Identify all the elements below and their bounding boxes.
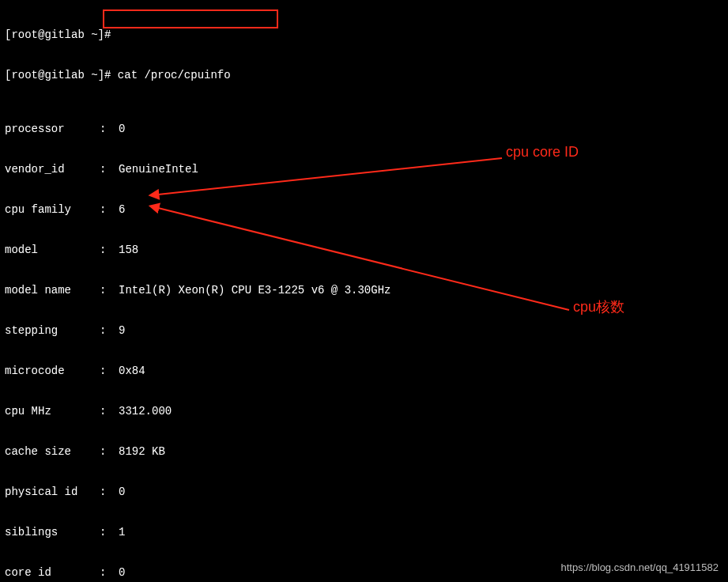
kv-val: 9 [119, 324, 125, 338]
kv-key: microcode [5, 365, 100, 378]
prompt-line-0: [root@gitlab ~]# [5, 28, 728, 42]
kv-row: stepping: 9 [5, 324, 728, 338]
prompt-text: ]# [98, 69, 118, 81]
kv-row: physical id: 0 [5, 486, 728, 499]
kv-key: processor [5, 123, 100, 136]
kv-row: cpu MHz: 3312.000 [5, 405, 728, 418]
terminal-output: [root@gitlab ~]# [root@gitlab ~]# cat /p… [0, 0, 728, 582]
kv-val: 158 [119, 244, 138, 257]
kv-key: cpu MHz [5, 405, 100, 418]
kv-row: model name: Intel(R) Xeon(R) CPU E3-1225… [5, 284, 728, 297]
kv-row: model: 158 [5, 244, 728, 257]
kv-val: 3312.000 [119, 405, 172, 418]
kv-sep: : [100, 405, 119, 418]
kv-sep: : [100, 284, 119, 297]
kv-row: siblings: 1 [5, 526, 728, 539]
kv-sep: : [100, 365, 119, 378]
kv-key: siblings [5, 526, 100, 539]
kv-row: vendor_id: GenuineIntel [5, 163, 728, 176]
kv-sep: : [100, 244, 119, 257]
kv-val: Intel(R) Xeon(R) CPU E3-1225 v6 @ 3.30GH… [119, 284, 390, 297]
kv-sep: : [100, 445, 119, 459]
kv-sep: : [100, 566, 119, 580]
kv-sep: : [100, 526, 119, 539]
kv-key: vendor_id [5, 163, 100, 176]
kv-key: physical id [5, 486, 100, 499]
kv-key: core id [5, 566, 100, 580]
kv-val: 8192 KB [119, 445, 165, 459]
kv-val: GenuineIntel [119, 163, 198, 176]
kv-val: 0 [119, 123, 125, 136]
kv-row: microcode: 0x84 [5, 365, 728, 378]
tilde: ~ [91, 69, 97, 81]
kv-row: cpu family: 6 [5, 203, 728, 217]
kv-val: 6 [119, 203, 125, 217]
kv-val: 1 [119, 526, 125, 539]
kv-sep: : [100, 123, 119, 136]
prompt-line-1[interactable]: [root@gitlab ~]# cat /proc/cpuinfo [5, 69, 728, 82]
kv-sep: : [100, 324, 119, 338]
kv-val: 0 [119, 486, 125, 499]
watermark-text: https://blog.csdn.net/qq_41911582 [561, 561, 719, 574]
kv-key: model name [5, 284, 100, 297]
kv-key: stepping [5, 324, 100, 338]
kv-sep: : [100, 486, 119, 499]
kv-row: cache size: 8192 KB [5, 445, 728, 459]
kv-key: model [5, 244, 100, 257]
kv-key: cpu family [5, 203, 100, 217]
prompt-text: [root@gitlab [5, 69, 91, 81]
kv-val: 0x84 [119, 365, 145, 378]
kv-sep: : [100, 203, 119, 217]
kv-row: processor: 0 [5, 123, 728, 136]
kv-key: cache size [5, 445, 100, 459]
prompt-text: [root@gitlab ~]# [5, 28, 111, 41]
command-text: cat /proc/cpuinfo [118, 69, 231, 81]
kv-val: 0 [119, 566, 125, 580]
kv-sep: : [100, 163, 119, 176]
